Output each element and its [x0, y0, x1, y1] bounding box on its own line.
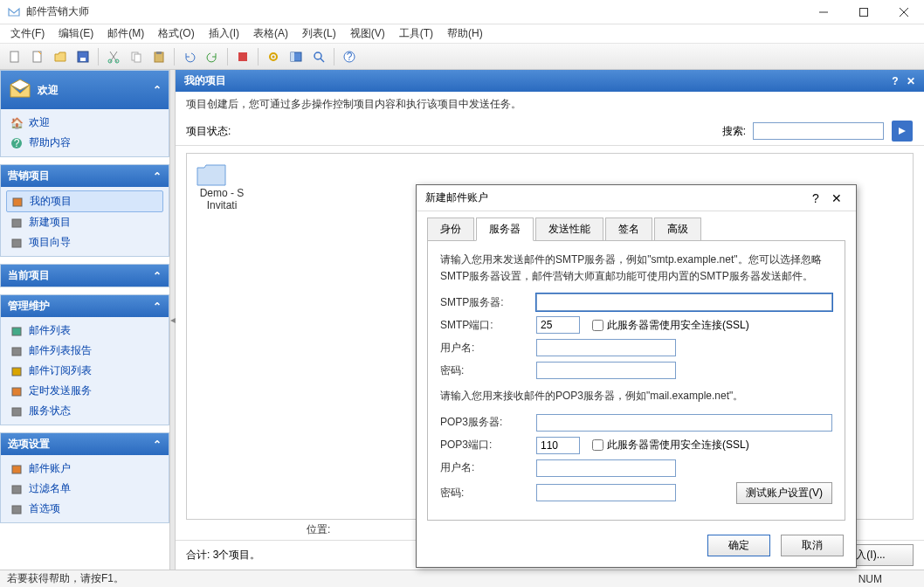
smtp-username-input[interactable] [536, 339, 676, 356]
dialog-tab[interactable]: 发送性能 [535, 218, 603, 241]
sidebar-section-header[interactable]: 选项设置⌃ [1, 433, 169, 455]
menu-item[interactable]: 工具(T) [392, 24, 440, 43]
search-input[interactable] [753, 122, 884, 140]
menu-item[interactable]: 列表(L) [295, 24, 343, 43]
smtp-description: 请输入您用来发送邮件的SMTP服务器，例如"smtp.example.net"。… [440, 252, 832, 285]
minimize-button[interactable] [803, 0, 844, 24]
menu-item[interactable]: 编辑(E) [52, 24, 100, 43]
pop-server-label: POP3服务器: [440, 415, 536, 430]
menu-item[interactable]: 文件(F) [3, 24, 52, 43]
tb-undo-icon[interactable] [179, 46, 200, 67]
sidebar-welcome-header[interactable]: 欢迎 ⌃ [1, 71, 169, 109]
svg-rect-27 [13, 198, 22, 206]
sidebar-item[interactable]: 邮件订阅列表 [6, 361, 163, 381]
test-account-button[interactable]: 测试账户设置(V) [736, 482, 832, 504]
menu-item[interactable]: 插入(I) [202, 24, 246, 43]
svg-rect-34 [12, 408, 21, 416]
chevron-icon: ⌃ [153, 439, 162, 451]
item-icon [10, 364, 24, 378]
tb-panel-icon[interactable] [286, 46, 307, 67]
item-icon [10, 236, 24, 250]
svg-rect-31 [12, 348, 21, 356]
smtp-ssl-checkbox[interactable] [592, 320, 603, 331]
sidebar-item[interactable]: 邮件账户 [6, 459, 163, 479]
smtp-password-input[interactable] [536, 362, 676, 379]
item-icon [10, 462, 24, 476]
sidebar-item[interactable]: 首选项 [6, 499, 163, 519]
dialog-help-icon[interactable]: ? [805, 191, 826, 205]
tb-open-icon[interactable] [50, 46, 71, 67]
tb-new-icon[interactable] [4, 46, 25, 67]
pop-ssl-label: 此服务器需使用安全连接(SSL) [607, 438, 749, 452]
sidebar-section-header[interactable]: 管理维护⌃ [1, 295, 169, 317]
smtp-port-input[interactable] [536, 316, 580, 334]
sidebar-item[interactable]: 过滤名单 [6, 479, 163, 499]
menu-item[interactable]: 视图(V) [343, 24, 392, 43]
tb-cut-icon[interactable] [103, 46, 124, 67]
ok-button[interactable]: 确定 [707, 535, 770, 556]
project-name-line1: Demo - S [196, 187, 248, 199]
dialog-body: 请输入您用来发送邮件的SMTP服务器，例如"smtp.example.net"。… [427, 240, 845, 521]
sidebar-item[interactable]: 定时发送服务 [6, 381, 163, 401]
maximize-button[interactable] [844, 0, 884, 24]
tb-settings-icon[interactable] [263, 46, 284, 67]
menubar: 文件(F)编辑(E)邮件(M)格式(O)插入(I)表格(A)列表(L)视图(V)… [0, 24, 924, 44]
pop-password-input[interactable] [536, 484, 676, 501]
content-area: 我的项目 ? ✕ 项目创建后，您可通过多步操作控制项目内容和执行该项目中发送任务… [176, 70, 924, 570]
tb-help-icon[interactable]: ? [339, 46, 360, 67]
dialog-title: 新建邮件账户 [425, 190, 805, 205]
help-icon: ? [10, 136, 24, 150]
pop-port-input[interactable] [536, 437, 580, 454]
tb-redo-icon[interactable] [202, 46, 223, 67]
sidebar-item[interactable]: 我的项目 [6, 190, 163, 212]
sidebar-welcome-block: 欢迎 ⌃ 🏠欢迎 ?帮助内容 [0, 70, 169, 157]
tb-copy-icon[interactable] [126, 46, 147, 67]
dialog-tab[interactable]: 身份 [427, 218, 474, 241]
tb-stop-icon[interactable] [232, 46, 253, 67]
pop-ssl-checkbox[interactable] [592, 439, 603, 451]
tb-newwiz-icon[interactable] [27, 46, 48, 67]
content-help-icon[interactable]: ? [892, 75, 898, 87]
pop-username-input[interactable] [536, 459, 676, 477]
sidebar-item[interactable]: 新建项目 [6, 212, 163, 232]
sidebar-item-welcome[interactable]: 🏠欢迎 [6, 113, 163, 133]
svg-rect-28 [12, 219, 21, 227]
sidebar-section-header[interactable]: 当前项目⌃ [1, 265, 169, 287]
dialog-tab[interactable]: 服务器 [476, 218, 534, 241]
tb-find-icon[interactable] [308, 46, 329, 67]
menu-item[interactable]: 表格(A) [246, 24, 295, 43]
svg-rect-7 [80, 58, 86, 61]
menu-item[interactable]: 格式(O) [151, 24, 201, 43]
sidebar-section: 管理维护⌃邮件列表邮件列表报告邮件订阅列表定时发送服务服务状态 [0, 294, 169, 425]
menu-item[interactable]: 帮助(H) [440, 24, 490, 43]
content-close-icon[interactable]: ✕ [907, 75, 915, 87]
item-icon [10, 324, 24, 338]
sidebar-item-help[interactable]: ?帮助内容 [6, 133, 163, 153]
menu-item[interactable]: 邮件(M) [100, 24, 151, 43]
pop-server-input[interactable] [536, 414, 832, 432]
close-button[interactable] [884, 0, 924, 24]
dialog-tab[interactable]: 高级 [654, 218, 701, 241]
svg-rect-4 [10, 52, 18, 62]
tb-paste-icon[interactable] [148, 46, 169, 67]
item-icon [10, 195, 24, 209]
sidebar-item[interactable]: 邮件列表 [6, 321, 163, 341]
statusbar: 若要获得帮助，请按F1。 NUM [0, 570, 924, 587]
cancel-button[interactable]: 取消 [781, 535, 844, 556]
smtp-server-input[interactable] [536, 294, 832, 311]
sidebar-item[interactable]: 服务状态 [6, 401, 163, 421]
new-account-dialog: 新建邮件账户 ? ✕ 身份服务器发送性能签名高级 请输入您用来发送邮件的SMTP… [416, 184, 857, 568]
sidebar-item[interactable]: 项目向导 [6, 232, 163, 252]
smtp-username-label: 用户名: [440, 341, 536, 356]
sidebar-section-header[interactable]: 营销项目⌃ [1, 165, 169, 187]
sidebar-item[interactable]: 邮件列表报告 [6, 341, 163, 361]
dialog-tab[interactable]: 签名 [605, 218, 652, 241]
dialog-titlebar[interactable]: 新建邮件账户 ? ✕ [417, 185, 856, 211]
window-controls [803, 0, 924, 24]
svg-point-9 [115, 59, 119, 63]
search-go-button[interactable] [892, 121, 913, 142]
svg-rect-32 [12, 368, 21, 376]
tb-save-icon[interactable] [72, 46, 93, 67]
svg-text:?: ? [14, 137, 20, 149]
dialog-close-icon[interactable]: ✕ [826, 191, 847, 205]
